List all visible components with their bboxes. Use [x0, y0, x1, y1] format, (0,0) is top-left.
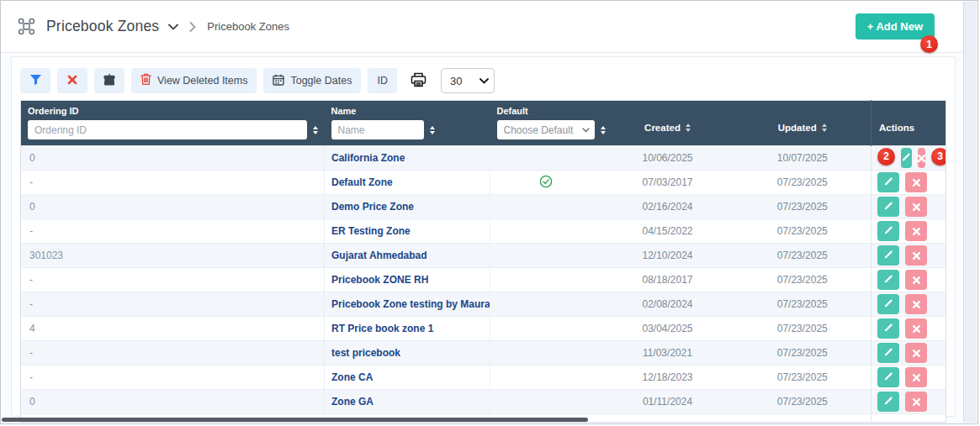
- cell-default: [490, 366, 601, 390]
- edit-button[interactable]: [877, 270, 899, 290]
- edit-button[interactable]: [901, 148, 912, 168]
- cell-default: [490, 195, 601, 219]
- cell-updated: 07/23/2025: [734, 195, 871, 219]
- cell-default: [490, 268, 601, 292]
- x-icon: [913, 371, 920, 384]
- horizontal-scrollbar-track[interactable]: [2, 418, 963, 422]
- cell-actions: [871, 195, 946, 219]
- cell-created: 02/16/2024: [601, 195, 734, 219]
- cell-default: [490, 146, 601, 171]
- sort-icon[interactable]: [686, 124, 691, 132]
- clear-filter-button[interactable]: [57, 68, 87, 93]
- printer-icon: [411, 72, 426, 90]
- cell-updated: 07/23/2025: [734, 317, 871, 341]
- edit-button[interactable]: [877, 343, 899, 363]
- cell-ordering-id: 4: [21, 317, 325, 341]
- pencil-icon: [883, 273, 894, 287]
- cell-default: [490, 171, 601, 195]
- column-header-created[interactable]: Created: [601, 101, 734, 146]
- cell-actions: [871, 171, 946, 195]
- sort-icon[interactable]: [822, 124, 827, 132]
- delete-button[interactable]: [905, 343, 927, 363]
- cell-zone-name: Pricebook ZONE RH: [325, 268, 490, 292]
- cell-actions: [871, 366, 946, 390]
- cell-updated: 07/23/2025: [734, 341, 871, 366]
- cell-actions: [871, 317, 946, 341]
- x-icon: [913, 347, 920, 360]
- cell-default: [490, 219, 601, 244]
- cell-actions: [871, 341, 946, 366]
- x-icon: [913, 250, 920, 262]
- x-icon: [913, 225, 920, 238]
- print-button[interactable]: [404, 68, 434, 93]
- delete-button[interactable]: [905, 392, 927, 412]
- toggle-dates-button[interactable]: Toggle Dates: [263, 68, 361, 93]
- column-header-actions: Actions: [871, 101, 946, 146]
- add-new-button[interactable]: + Add New: [856, 13, 935, 39]
- sort-icon[interactable]: [601, 126, 606, 134]
- cell-actions: [871, 268, 946, 292]
- view-deleted-items-button[interactable]: View Deleted Items: [131, 68, 257, 93]
- name-filter-input[interactable]: [331, 120, 424, 139]
- cell-updated: 07/23/2025: [734, 244, 871, 268]
- table-row: - Pricebook Zone testing by Maura 02/08/…: [21, 292, 946, 317]
- cell-updated: 07/23/2025: [734, 366, 871, 390]
- column-header-ordering-id: Ordering ID: [21, 101, 325, 146]
- delete-button[interactable]: [905, 245, 927, 266]
- column-header-default: Default Choose Default: [490, 101, 601, 146]
- page-size-select[interactable]: 30: [441, 68, 495, 93]
- edit-button[interactable]: [877, 245, 899, 266]
- delete-button[interactable]: [905, 172, 927, 192]
- delete-button[interactable]: [905, 197, 927, 217]
- horizontal-scrollbar-thumb[interactable]: [2, 418, 588, 422]
- cell-created: 03/04/2025: [601, 317, 734, 341]
- delete-button[interactable]: [905, 270, 927, 290]
- delete-button[interactable]: [905, 318, 927, 339]
- pencil-icon: [883, 395, 894, 408]
- chevron-down-icon[interactable]: [168, 24, 178, 30]
- pencil-icon: [883, 249, 894, 262]
- cell-updated: 07/23/2025: [734, 390, 871, 414]
- annotation-badge-3: 3: [931, 148, 946, 166]
- cell-zone-name: ER Testing Zone: [325, 219, 490, 244]
- edit-button[interactable]: [877, 172, 899, 192]
- edit-button[interactable]: [877, 294, 899, 314]
- delete-button[interactable]: [918, 148, 925, 168]
- column-header-name: Name: [325, 101, 490, 146]
- cell-created: 02/08/2024: [601, 292, 734, 317]
- cell-created: 12/10/2024: [601, 244, 734, 268]
- sort-icon[interactable]: [313, 126, 318, 134]
- delete-button[interactable]: [905, 221, 927, 241]
- archive-button[interactable]: [94, 68, 124, 93]
- id-button[interactable]: ID: [368, 68, 397, 93]
- table-row: 301023 Gujarat Ahmedabad 12/10/2024 07/2…: [21, 244, 946, 268]
- calendar-icon: [273, 74, 284, 88]
- column-header-updated[interactable]: Updated: [734, 101, 871, 146]
- edit-button[interactable]: [877, 318, 899, 339]
- delete-button[interactable]: [905, 367, 927, 387]
- pencil-icon: [883, 297, 894, 311]
- table-row: 0 Zone GA 01/11/2024 07/23/2025: [21, 390, 946, 414]
- default-check-icon: [539, 179, 553, 191]
- edit-button[interactable]: [877, 221, 899, 241]
- edit-button[interactable]: [877, 367, 899, 387]
- vertical-scrollbar-track[interactable]: [963, 2, 977, 423]
- filter-button[interactable]: [20, 68, 50, 93]
- x-icon: [913, 274, 920, 287]
- edit-button[interactable]: [877, 197, 899, 217]
- sort-icon[interactable]: [430, 126, 435, 134]
- default-filter-select[interactable]: Choose Default: [497, 120, 595, 139]
- delete-button[interactable]: [905, 294, 927, 314]
- cell-default: [490, 292, 601, 317]
- page-title: Pricebook Zones: [46, 18, 159, 35]
- edit-button[interactable]: [877, 392, 899, 412]
- cell-created: 11/03/2021: [601, 341, 734, 366]
- cell-created: 07/03/2017: [601, 171, 734, 195]
- cell-updated: 07/23/2025: [734, 292, 871, 317]
- cell-ordering-id: 301023: [21, 244, 325, 268]
- ordering-id-filter-input[interactable]: [28, 120, 307, 139]
- x-icon: [67, 75, 77, 87]
- cell-zone-name: Zone CA: [325, 366, 490, 390]
- cell-ordering-id: 0: [21, 146, 325, 171]
- chevron-right-icon: [189, 22, 196, 32]
